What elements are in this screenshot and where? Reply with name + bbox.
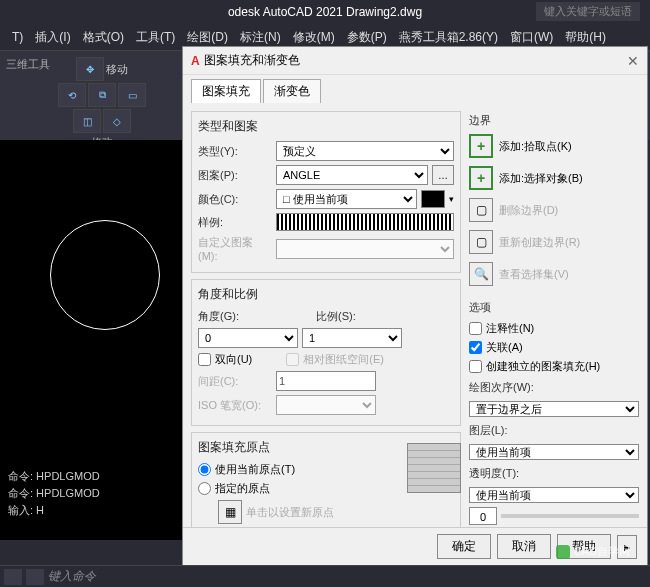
angle-select[interactable]: 0 (198, 328, 298, 348)
menu-item[interactable]: 窗口(W) (506, 27, 557, 48)
tool-icon[interactable]: ◇ (103, 109, 131, 133)
hatch-dialog: A 图案填充和渐变色 ✕ 图案填充 渐变色 类型和图案 类型(Y): 预定义 图… (182, 46, 648, 566)
color-select[interactable]: □ 使用当前项 (276, 189, 417, 209)
pattern-select[interactable]: ANGLE (276, 165, 428, 185)
angle-label: 角度(G): (198, 309, 272, 324)
tool-icon[interactable]: ◫ (73, 109, 101, 133)
tool-icon[interactable]: ⟲ (58, 83, 86, 107)
draworder-select[interactable]: 置于边界之后 (469, 401, 639, 417)
menu-item[interactable]: 修改(M) (289, 27, 339, 48)
add-pickpoint-button[interactable]: + (469, 134, 493, 158)
transparency-select[interactable]: 使用当前项 (469, 487, 639, 503)
recreate-boundary-button: ▢ (469, 230, 493, 254)
double-label: 双向(U) (215, 352, 252, 367)
tool-icon[interactable]: ▭ (118, 83, 146, 107)
color-swatch[interactable] (421, 190, 445, 208)
associative-label: 关联(A) (486, 340, 523, 355)
menu-item[interactable]: 参数(P) (343, 27, 391, 48)
status-icon[interactable] (26, 569, 44, 585)
iso-select (276, 395, 376, 415)
type-label: 类型(Y): (198, 144, 272, 159)
options-section-label: 选项 (469, 300, 639, 315)
pattern-browse-button[interactable]: … (432, 165, 454, 185)
menu-item[interactable]: 插入(I) (31, 27, 74, 48)
pattern-label: 图案(P): (198, 168, 272, 183)
relative-checkbox (286, 353, 299, 366)
add-select-label: 添加:选择对象(B) (499, 171, 583, 186)
group-type-label: 类型和图案 (198, 118, 454, 135)
command-history: 命令: HPDLGMOD (8, 486, 100, 501)
transparency-label: 透明度(T): (469, 466, 639, 481)
origin-current-radio[interactable] (198, 463, 211, 476)
menu-item[interactable]: 燕秀工具箱2.86(Y) (395, 27, 502, 48)
separate-label: 创建独立的图案填充(H) (486, 359, 600, 374)
menu-item[interactable]: T) (8, 28, 27, 46)
associative-checkbox[interactable] (469, 341, 482, 354)
wechat-icon (556, 545, 570, 559)
menu-item[interactable]: 绘图(D) (183, 27, 232, 48)
recreate-boundary-label: 重新创建边界(R) (499, 235, 580, 250)
ribbon-tab-label: 三维工具 (6, 57, 50, 72)
command-history: 输入: H (8, 503, 100, 518)
close-icon[interactable]: ✕ (627, 53, 639, 69)
menu-item[interactable]: 格式(O) (79, 27, 128, 48)
tab-gradient[interactable]: 渐变色 (263, 79, 321, 103)
pick-origin-button[interactable]: ▦ (218, 500, 242, 524)
add-select-button[interactable]: + (469, 166, 493, 190)
double-checkbox[interactable] (198, 353, 211, 366)
command-history: 命令: HPDLGMOD (8, 469, 100, 484)
origin-specified-label: 指定的原点 (215, 481, 270, 496)
custom-pattern-select (276, 239, 454, 259)
draworder-label: 绘图次序(W): (469, 380, 639, 395)
view-selection-button: 🔍 (469, 262, 493, 286)
layer-select[interactable]: 使用当前项 (469, 444, 639, 460)
add-pickpoint-label: 添加:拾取点(K) (499, 139, 572, 154)
cancel-button[interactable]: 取消 (497, 534, 551, 559)
swatch-dropdown-icon[interactable]: ▾ (449, 194, 454, 204)
type-select[interactable]: 预定义 (276, 141, 454, 161)
color-label: 颜色(C): (198, 192, 272, 207)
command-input-hint[interactable]: 键入命令 (48, 568, 96, 585)
status-icon[interactable] (4, 569, 22, 585)
tab-hatch[interactable]: 图案填充 (191, 79, 261, 103)
circle-shape (50, 220, 160, 330)
relative-label: 相对图纸空间(E) (303, 352, 384, 367)
hatch-origin-preview (407, 443, 461, 493)
pattern-preview (276, 213, 454, 231)
custom-pattern-label: 自定义图案(M): (198, 235, 272, 262)
window-title: odesk AutoCAD 2021 Drawing2.dwg (228, 5, 422, 19)
transparency-value[interactable]: 0 (469, 507, 497, 525)
move-tool-icon[interactable]: ✥ (76, 57, 104, 81)
scale-label: 比例(S): (316, 309, 390, 324)
iso-label: ISO 笔宽(O): (198, 398, 272, 413)
spacing-label: 间距(C): (198, 374, 272, 389)
annotative-label: 注释性(N) (486, 321, 534, 336)
menu-item[interactable]: 帮助(H) (561, 27, 610, 48)
move-label: 移动 (106, 62, 128, 77)
app-logo-icon: A (191, 54, 200, 68)
search-box[interactable]: 键入关键字或短语 (536, 2, 640, 21)
drawing-canvas[interactable]: 命令: HPDLGMOD 命令: HPDLGMOD 输入: H (0, 140, 182, 540)
annotative-checkbox[interactable] (469, 322, 482, 335)
transparency-slider[interactable] (501, 514, 639, 518)
watermark: CAD自学网 (556, 544, 630, 559)
menu-item[interactable]: 工具(T) (132, 27, 179, 48)
sample-label: 样例: (198, 215, 272, 230)
dialog-title: 图案填充和渐变色 (204, 52, 300, 69)
view-selection-label: 查看选择集(V) (499, 267, 569, 282)
remove-boundary-button: ▢ (469, 198, 493, 222)
group-angle-label: 角度和比例 (198, 286, 454, 303)
spacing-input (276, 371, 376, 391)
boundary-section-label: 边界 (469, 113, 639, 128)
remove-boundary-label: 删除边界(D) (499, 203, 558, 218)
origin-specified-radio[interactable] (198, 482, 211, 495)
menu-item[interactable]: 标注(N) (236, 27, 285, 48)
scale-select[interactable]: 1 (302, 328, 402, 348)
origin-current-label: 使用当前原点(T) (215, 462, 295, 477)
layer-label: 图层(L): (469, 423, 639, 438)
separate-checkbox[interactable] (469, 360, 482, 373)
pick-origin-label: 单击以设置新原点 (246, 505, 334, 520)
plus-icon: + (477, 170, 485, 186)
tool-icon[interactable]: ⧉ (88, 83, 116, 107)
ok-button[interactable]: 确定 (437, 534, 491, 559)
